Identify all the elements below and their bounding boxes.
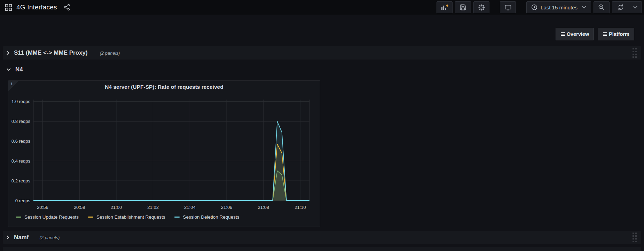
link-overview[interactable]: Overview (556, 28, 594, 40)
svg-text:20:56: 20:56 (37, 205, 48, 210)
zoom-out-button[interactable] (594, 1, 610, 13)
link-platform[interactable]: Platform (598, 28, 634, 40)
chevron-down-icon (633, 6, 637, 9)
legend-series-label: Session Establishment Requests (96, 214, 165, 220)
chevron-right-icon (7, 51, 9, 55)
legend-series-label: Session Update Requests (24, 214, 79, 220)
time-range-picker[interactable]: Last 15 minutes (526, 1, 591, 13)
row-header-n4[interactable]: N4 (3, 63, 641, 76)
legend-series-swatch (88, 217, 93, 218)
add-panel-plus (446, 5, 448, 7)
zoom-out-icon (598, 4, 605, 11)
svg-text:21:10: 21:10 (294, 205, 306, 210)
svg-text:0.2 reqps: 0.2 reqps (11, 178, 31, 183)
dashboard-settings-button[interactable] (473, 1, 489, 13)
chevron-down-icon (7, 68, 11, 71)
row-panels-count: (2 panels) (100, 50, 120, 56)
svg-text:1.0 reqps: 1.0 reqps (11, 99, 31, 104)
cycle-view-mode-button[interactable] (500, 1, 516, 13)
row-drag-handle[interactable] (633, 48, 637, 58)
timeseries-plot[interactable]: 0 reqps0.2 reqps0.4 reqps0.6 reqps0.8 re… (8, 94, 320, 212)
svg-text:0.6 reqps: 0.6 reqps (11, 139, 31, 144)
save-dashboard-button[interactable] (455, 1, 471, 13)
add-panel-icon (441, 6, 446, 10)
save-icon (460, 4, 466, 11)
share-icon[interactable] (63, 4, 70, 11)
svg-text:21:08: 21:08 (258, 205, 269, 210)
link-label: Platform (609, 31, 629, 37)
row-title: S11 (MME <-> MME Proxy) (14, 49, 88, 56)
dashboard-links: Overview Platform (556, 28, 634, 40)
svg-text:0.4 reqps: 0.4 reqps (11, 158, 31, 164)
svg-text:21:00: 21:00 (111, 205, 122, 210)
panel-info-corner[interactable] (8, 81, 19, 91)
row-drag-handle[interactable] (633, 233, 637, 242)
legend-item[interactable]: Session Update Requests (16, 214, 79, 220)
svg-text:0 reqps: 0 reqps (15, 198, 31, 203)
navbar-right: Last 15 minutes (437, 1, 642, 13)
refresh-button[interactable] (612, 2, 629, 13)
panel-n4-rate-of-requests: N4 server (UPF-SP): Rate of requests rec… (8, 80, 320, 227)
tv-monitor-icon (504, 4, 512, 11)
svg-text:0.8 reqps: 0.8 reqps (11, 119, 31, 124)
legend-series-label: Session Deletion Requests (183, 214, 239, 220)
dashboard-list-icon (603, 32, 607, 36)
svg-text:20:58: 20:58 (74, 205, 85, 210)
apps-grid-icon[interactable] (5, 4, 12, 11)
navbar-left: 4G Interfaces (5, 0, 70, 15)
chart-legend: Session Update RequestsSession Establish… (16, 214, 316, 220)
row-panels-count: (2 panels) (40, 235, 60, 240)
legend-series-swatch (16, 217, 21, 218)
chevron-down-icon (582, 6, 586, 9)
row-header-partial[interactable] (3, 247, 641, 251)
refresh-interval-button[interactable] (629, 2, 642, 13)
row-title: Namf (14, 234, 29, 241)
top-navbar: 4G Interfaces (0, 0, 644, 15)
refresh-split-button (612, 1, 642, 13)
legend-series-swatch (174, 217, 180, 218)
link-label: Overview (567, 31, 589, 37)
svg-text:21:06: 21:06 (221, 205, 233, 210)
legend-item[interactable]: Session Deletion Requests (174, 214, 239, 220)
gear-icon (478, 4, 485, 11)
info-icon: i (10, 81, 13, 86)
legend-item[interactable]: Session Establishment Requests (88, 214, 165, 220)
chevron-right-icon (7, 235, 9, 240)
svg-text:21:04: 21:04 (184, 205, 196, 210)
svg-text:21:02: 21:02 (147, 205, 159, 210)
row-title: N4 (15, 66, 23, 73)
panel-title[interactable]: N4 server (UPF-SP): Rate of requests rec… (8, 81, 320, 93)
clock-icon (531, 4, 537, 10)
row-header-namf[interactable]: Namf (2 panels) (3, 231, 641, 244)
row-header-s11[interactable]: S11 (MME <-> MME Proxy) (2 panels) (3, 46, 641, 60)
refresh-icon (618, 4, 624, 10)
dashboard-list-icon (560, 32, 565, 36)
add-panel-button[interactable] (437, 1, 453, 13)
dashboard-title: 4G Interfaces (16, 3, 57, 11)
time-range-label: Last 15 minutes (541, 5, 578, 10)
